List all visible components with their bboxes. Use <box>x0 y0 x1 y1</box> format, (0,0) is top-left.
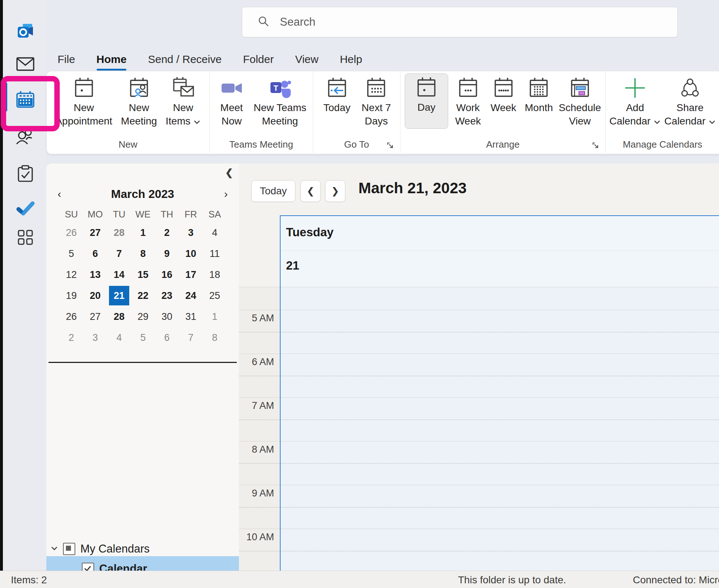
minical-day[interactable]: 5 <box>59 243 83 264</box>
minical-day[interactable]: 23 <box>155 285 179 306</box>
minical-day[interactable]: 14 <box>107 264 131 285</box>
time-gutter <box>239 287 280 571</box>
dialog-launcher-icon[interactable] <box>386 141 395 150</box>
status-connection: Connected to: Microso <box>633 574 719 586</box>
app-rail <box>3 0 46 571</box>
minical-day[interactable]: 26 <box>59 306 83 327</box>
grid-line <box>239 529 719 529</box>
day-button[interactable]: Day <box>405 73 448 129</box>
minical-day[interactable]: 3 <box>179 222 203 243</box>
minical-day[interactable]: 25 <box>203 285 227 306</box>
minical-day[interactable]: 29 <box>131 306 155 327</box>
content-area: Tuesday 21 5 AM6 AM7 AM8 AM9 AM10 AM ❮ ‹… <box>46 164 719 571</box>
minical-day[interactable]: 4 <box>203 222 227 243</box>
minical-day[interactable]: 4 <box>107 327 131 348</box>
today-button[interactable]: Today <box>251 180 295 202</box>
share-calendar-button[interactable]: ShareCalendar <box>664 76 716 128</box>
apps-module-icon[interactable] <box>14 226 37 249</box>
svg-text:T: T <box>274 84 279 93</box>
people-module-icon[interactable] <box>14 125 37 148</box>
minical-day[interactable]: 2 <box>59 327 83 348</box>
ribbon-group-label: Arrange <box>400 139 605 150</box>
tab-file[interactable]: File <box>57 52 76 66</box>
minical-day[interactable]: 6 <box>155 327 179 348</box>
tab-send-receive[interactable]: Send / Receive <box>147 52 222 66</box>
minical-day[interactable]: 13 <box>83 264 107 285</box>
next-7-days-button[interactable]: Next 7Days <box>361 76 392 128</box>
chevron-down-icon <box>709 114 716 128</box>
tab-help[interactable]: Help <box>339 52 363 66</box>
sidebar-divider <box>49 362 237 363</box>
minical-day[interactable]: 22 <box>131 285 155 306</box>
minical-day[interactable]: 20 <box>83 285 107 306</box>
minical-day[interactable]: 7 <box>107 243 131 264</box>
minical-day[interactable]: 1 <box>131 222 155 243</box>
cal-dot-icon <box>415 76 438 101</box>
tasks-module-icon[interactable] <box>14 162 37 185</box>
minical-day[interactable]: 30 <box>155 306 179 327</box>
search-input[interactable]: Search <box>242 7 678 37</box>
minical-day[interactable]: 8 <box>203 327 227 348</box>
outlook-logo-icon <box>14 20 37 43</box>
weekday-header: SA <box>203 206 227 222</box>
minical-day[interactable]: 2 <box>155 222 179 243</box>
calendar-module-icon[interactable] <box>14 88 37 111</box>
todo-module-icon[interactable] <box>14 197 37 220</box>
minical-day[interactable]: 3 <box>83 327 107 348</box>
new-appointment-button[interactable]: NewAppointment <box>55 76 112 128</box>
new-teams-meeting-button[interactable]: TNew TeamsMeeting <box>253 76 306 128</box>
collapse-left-icon[interactable]: ❮ <box>225 167 233 178</box>
tab-folder[interactable]: Folder <box>242 52 274 66</box>
minical-day[interactable]: 28 <box>107 222 131 243</box>
minical-day[interactable]: 12 <box>59 264 83 285</box>
minical-day[interactable]: 28 <box>107 306 131 327</box>
status-bar: Items: 2 This folder is up to date. Conn… <box>0 571 719 588</box>
half-hour-line <box>239 507 719 508</box>
minical-day[interactable]: 26 <box>59 222 83 243</box>
meet-now-button[interactable]: MeetNow <box>216 76 247 128</box>
work-week-button[interactable]: WorkWeek <box>453 76 484 128</box>
grid-line <box>239 485 719 485</box>
checkbox-indeterminate[interactable] <box>63 543 75 555</box>
new-meeting-button[interactable]: NewMeeting <box>121 76 157 128</box>
next-day-button[interactable]: ❯ <box>325 180 345 202</box>
minical-day[interactable]: 16 <box>155 264 179 285</box>
schedule-view-button[interactable]: ScheduleView <box>559 76 601 128</box>
tab-view[interactable]: View <box>294 52 319 66</box>
minical-day[interactable]: 17 <box>179 264 203 285</box>
chevron-down-icon[interactable] <box>51 546 60 552</box>
week-button[interactable]: Week <box>488 76 519 114</box>
half-hour-line <box>239 332 719 333</box>
day-header[interactable]: Tuesday 21 <box>280 215 719 287</box>
mail-module-icon[interactable] <box>14 52 37 76</box>
dialog-launcher-icon[interactable] <box>592 141 600 150</box>
today-button[interactable]: Today <box>321 76 353 114</box>
cal-sched-icon <box>568 76 592 101</box>
minical-day[interactable]: 1 <box>203 306 227 327</box>
half-hour-line <box>239 419 719 420</box>
previous-day-button[interactable]: ❮ <box>300 180 321 202</box>
minical-day[interactable]: 19 <box>59 285 83 306</box>
minical-day[interactable]: 11 <box>203 243 227 264</box>
share-icon <box>678 76 702 101</box>
minical-day[interactable]: 5 <box>131 327 155 348</box>
minical-day[interactable]: 27 <box>83 222 107 243</box>
add-calendar-button[interactable]: AddCalendar <box>609 76 661 128</box>
minical-day[interactable]: 10 <box>179 243 203 264</box>
minical-next-button[interactable]: › <box>219 187 233 201</box>
minical-day[interactable]: 18 <box>203 264 227 285</box>
minical-day[interactable]: 24 <box>179 285 203 306</box>
minical-day[interactable]: 7 <box>179 327 203 348</box>
minical-day[interactable]: 15 <box>131 264 155 285</box>
minical-day[interactable]: 8 <box>131 243 155 264</box>
minical-day[interactable]: 31 <box>179 306 203 327</box>
half-hour-line <box>239 463 719 464</box>
minical-day[interactable]: 27 <box>83 306 107 327</box>
new-items-button[interactable]: NewItems <box>166 76 201 128</box>
window-left-edge <box>0 0 3 571</box>
minical-selected-day[interactable]: 21 <box>107 285 131 306</box>
minical-day[interactable]: 6 <box>83 243 107 264</box>
minical-day[interactable]: 9 <box>155 243 179 264</box>
tab-home[interactable]: Home <box>96 52 127 66</box>
month-button[interactable]: Month <box>523 76 554 114</box>
